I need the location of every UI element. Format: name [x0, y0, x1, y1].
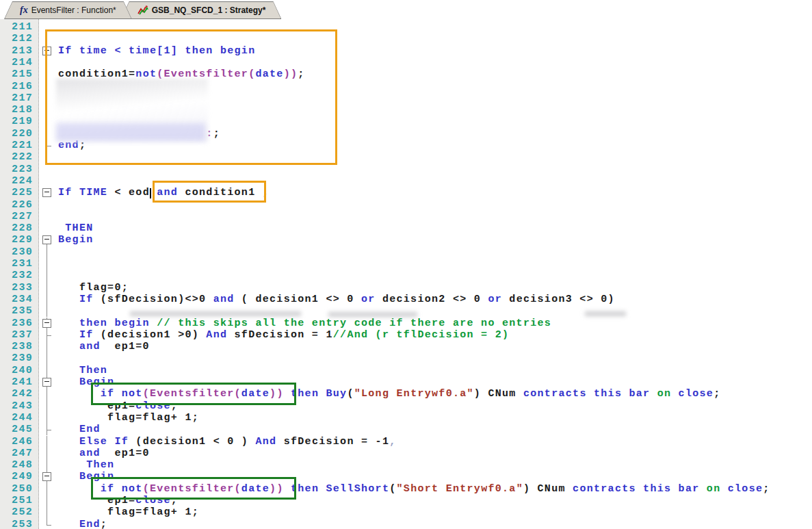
fold-guide: [42, 459, 52, 471]
collapse-minus-icon[interactable]: [42, 319, 51, 328]
line-number: 211: [0, 21, 33, 33]
code-line: THEN: [58, 222, 94, 234]
collapse-minus-icon[interactable]: [42, 188, 51, 197]
line-number: 226: [0, 199, 33, 211]
code-line: flag=flag+ 1;: [58, 506, 199, 518]
line-number: 231: [0, 258, 33, 270]
code-line: then begin // this skips all the entry c…: [58, 318, 551, 329]
code-editor-pane[interactable]: 2112122132142152162172182192202212222232…: [0, 19, 812, 529]
line-number: 251: [0, 495, 33, 506]
line-number: 229: [0, 234, 33, 246]
fold-guide: [42, 294, 52, 305]
fold-guide: [42, 388, 52, 400]
fold-guide: [42, 506, 52, 518]
line-number: 240: [0, 365, 33, 376]
line-number: 241: [0, 376, 33, 388]
line-number: 221: [0, 140, 33, 151]
annotation-green-box: [91, 477, 296, 500]
fold-collapse-toggle[interactable]: [42, 318, 52, 329]
line-number: 252: [0, 506, 33, 518]
line-number: 220: [0, 128, 33, 140]
fold-guide: [42, 329, 52, 341]
fold-guide: [42, 365, 52, 376]
fold-guide: [42, 483, 52, 495]
tab-gsb-nq-sfcd-strategy[interactable]: GSB_NQ_SFCD_1 : Strategy*: [121, 1, 282, 19]
blur-redaction: [130, 311, 301, 316]
line-number: 230: [0, 246, 33, 258]
line-number: 235: [0, 305, 33, 317]
code-line: and ep1=0: [58, 341, 150, 352]
line-number: 248: [0, 459, 33, 471]
fold-guide: [42, 270, 52, 281]
fold-guide: [42, 258, 52, 270]
line-number: 222: [0, 151, 33, 163]
collapse-minus-icon[interactable]: [42, 235, 51, 244]
annotation-green-box: [91, 383, 296, 405]
line-number: 250: [0, 483, 33, 495]
fold-guide: [42, 436, 52, 448]
collapse-minus-icon[interactable]: [42, 472, 51, 481]
fold-collapse-toggle[interactable]: [42, 376, 52, 388]
line-number: 237: [0, 329, 33, 341]
line-number: 253: [0, 519, 33, 529]
line-number: 238: [0, 341, 33, 352]
line-number: 244: [0, 412, 33, 424]
line-number: 225: [0, 187, 33, 198]
fold-guide: [42, 400, 52, 412]
line-number: 247: [0, 448, 33, 459]
line-number: 215: [0, 68, 33, 80]
blur-redaction: [328, 312, 417, 317]
line-number: 246: [0, 436, 33, 448]
line-number: 233: [0, 282, 33, 294]
code-line: Then: [58, 365, 107, 376]
fold-collapse-toggle[interactable]: [42, 187, 52, 198]
line-number: 218: [0, 104, 33, 116]
fold-guide: [42, 519, 52, 529]
code-line: Then: [58, 459, 114, 471]
easylanguage-editor-window: fx EventsFilter : Function* GSB_NQ_SFCD_…: [0, 0, 812, 529]
fold-guide: [42, 424, 52, 435]
fold-guide: [42, 282, 52, 294]
tab-label: GSB_NQ_SFCD_1 : Strategy*: [152, 5, 266, 15]
line-number: 227: [0, 211, 33, 222]
fold-guide: [42, 305, 52, 317]
fold-guide: [42, 246, 52, 258]
annotation-orange-box: [45, 29, 337, 165]
text-caret: [150, 188, 151, 198]
line-number: 219: [0, 116, 33, 127]
line-number: 228: [0, 222, 33, 234]
line-number: 242: [0, 388, 33, 400]
code-line: Else If (decision1 < 0 ) And sfDecision …: [58, 436, 397, 448]
line-number: 243: [0, 400, 33, 412]
blur-redaction: [585, 311, 626, 316]
line-number: 224: [0, 175, 33, 187]
code-line: Begin: [58, 234, 94, 246]
line-number: 234: [0, 294, 33, 305]
annotation-orange-box: [153, 181, 266, 203]
code-line: flag=flag+ 1;: [58, 412, 199, 424]
strategy-chart-icon: [137, 5, 148, 15]
line-number: 245: [0, 424, 33, 435]
code-line: and ep1=0: [58, 448, 150, 459]
fold-collapse-toggle[interactable]: [42, 234, 52, 246]
code-line: flag=0;: [58, 282, 129, 294]
line-number: 249: [0, 471, 33, 482]
code-line: End: [58, 424, 101, 435]
line-number: 214: [0, 57, 33, 68]
tab-eventsfilter-function[interactable]: fx EventsFilter : Function*: [4, 1, 132, 19]
fold-guide: [42, 412, 52, 424]
document-tab-bar: fx EventsFilter : Function* GSB_NQ_SFCD_…: [0, 0, 812, 21]
line-number: 239: [0, 352, 33, 364]
fold-collapse-toggle[interactable]: [42, 471, 52, 482]
line-number: 232: [0, 270, 33, 281]
fold-guide: [42, 448, 52, 459]
line-number: 223: [0, 164, 33, 175]
collapse-minus-icon[interactable]: [42, 378, 51, 387]
fold-guide: [42, 495, 52, 506]
line-number-gutter: 2112122132142152162172182192202212222232…: [0, 19, 39, 529]
code-line: If (sfDecision)<>0 and ( decision1 <> 0 …: [58, 294, 615, 305]
fold-guide: [42, 341, 52, 352]
code-line: If (decision1 >0) And sfDecision = 1//An…: [58, 329, 509, 341]
tab-label: EventsFilter : Function*: [31, 5, 116, 15]
fold-guide: [42, 352, 52, 364]
